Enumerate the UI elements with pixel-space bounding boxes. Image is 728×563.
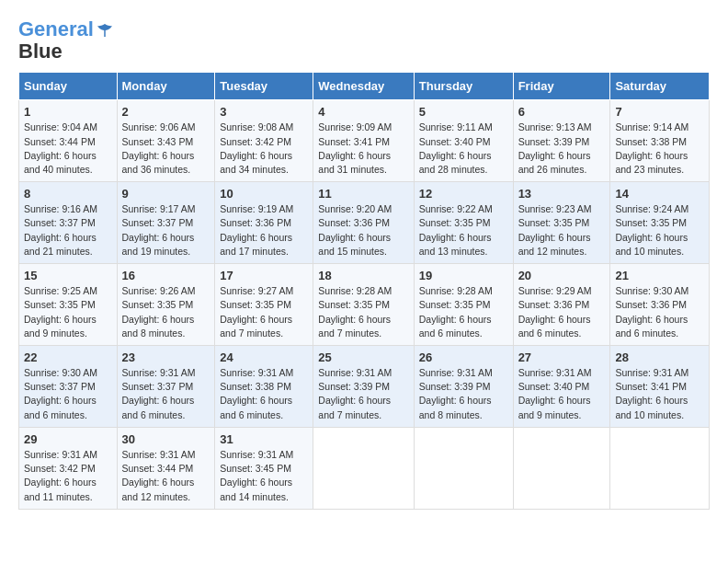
day-number: 20 [518,269,606,282]
day-info: Sunrise: 9:04 AMSunset: 3:44 PMDaylight:… [24,121,112,177]
day-number: 6 [518,105,606,119]
day-number: 15 [24,269,112,282]
day-number: 21 [615,269,704,282]
day-info: Sunrise: 9:28 AMSunset: 3:35 PMDaylight:… [419,284,508,340]
day-cell: 28Sunrise: 9:31 AMSunset: 3:41 PMDayligh… [610,346,710,428]
header-wednesday: Wednesday [313,73,414,100]
day-cell: 22Sunrise: 9:30 AMSunset: 3:37 PMDayligh… [19,346,118,428]
day-number: 28 [615,350,704,364]
header-tuesday: Tuesday [215,73,313,100]
day-number: 29 [24,432,112,446]
day-info: Sunrise: 9:22 AMSunset: 3:35 PMDaylight:… [419,202,508,259]
day-info: Sunrise: 9:20 AMSunset: 3:36 PMDaylight:… [318,202,408,259]
day-number: 1 [24,105,112,119]
day-cell [414,427,513,509]
day-number: 26 [419,350,508,364]
day-cell: 29Sunrise: 9:31 AMSunset: 3:42 PMDayligh… [19,427,118,509]
day-number: 17 [220,269,308,282]
day-cell: 10Sunrise: 9:19 AMSunset: 3:36 PMDayligh… [215,182,313,264]
header-friday: Friday [513,73,610,100]
day-info: Sunrise: 9:16 AMSunset: 3:37 PMDaylight:… [24,202,112,259]
day-cell: 7Sunrise: 9:14 AMSunset: 3:38 PMDaylight… [610,100,710,182]
day-info: Sunrise: 9:08 AMSunset: 3:42 PMDaylight:… [220,121,308,177]
day-number: 30 [122,432,210,446]
day-number: 7 [615,105,704,119]
day-cell: 24Sunrise: 9:31 AMSunset: 3:38 PMDayligh… [215,346,313,428]
day-cell: 14Sunrise: 9:24 AMSunset: 3:35 PMDayligh… [610,182,710,264]
header-saturday: Saturday [610,73,710,100]
day-info: Sunrise: 9:19 AMSunset: 3:36 PMDaylight:… [220,202,308,259]
day-info: Sunrise: 9:06 AMSunset: 3:43 PMDaylight:… [122,121,210,177]
calendar-table: SundayMondayTuesdayWednesdayThursdayFrid… [18,72,710,509]
logo-text: General [18,18,114,40]
day-info: Sunrise: 9:29 AMSunset: 3:36 PMDaylight:… [518,284,606,340]
day-cell: 1Sunrise: 9:04 AMSunset: 3:44 PMDaylight… [19,100,118,182]
day-cell: 13Sunrise: 9:23 AMSunset: 3:35 PMDayligh… [513,182,610,264]
day-number: 24 [220,350,308,364]
day-cell: 6Sunrise: 9:13 AMSunset: 3:39 PMDaylight… [513,100,610,182]
day-cell: 30Sunrise: 9:31 AMSunset: 3:44 PMDayligh… [117,427,215,509]
day-number: 19 [419,269,508,282]
day-info: Sunrise: 9:31 AMSunset: 3:45 PMDaylight:… [220,448,308,504]
day-cell: 8Sunrise: 9:16 AMSunset: 3:37 PMDaylight… [19,182,118,264]
week-row-3: 15Sunrise: 9:25 AMSunset: 3:35 PMDayligh… [19,264,710,346]
calendar-header-row: SundayMondayTuesdayWednesdayThursdayFrid… [19,73,710,100]
day-cell: 15Sunrise: 9:25 AMSunset: 3:35 PMDayligh… [19,264,118,346]
day-cell: 23Sunrise: 9:31 AMSunset: 3:37 PMDayligh… [117,346,215,428]
day-info: Sunrise: 9:31 AMSunset: 3:38 PMDaylight:… [220,366,308,422]
day-cell: 27Sunrise: 9:31 AMSunset: 3:40 PMDayligh… [513,346,610,428]
header-sunday: Sunday [19,73,118,100]
day-number: 14 [615,187,704,201]
day-number: 8 [24,187,112,201]
day-info: Sunrise: 9:17 AMSunset: 3:37 PMDaylight:… [122,202,210,259]
header-thursday: Thursday [414,73,513,100]
day-info: Sunrise: 9:31 AMSunset: 3:40 PMDaylight:… [518,366,606,422]
week-row-1: 1Sunrise: 9:04 AMSunset: 3:44 PMDaylight… [19,100,710,182]
day-cell: 12Sunrise: 9:22 AMSunset: 3:35 PMDayligh… [414,182,513,264]
day-info: Sunrise: 9:30 AMSunset: 3:37 PMDaylight:… [24,366,112,422]
week-row-5: 29Sunrise: 9:31 AMSunset: 3:42 PMDayligh… [19,427,710,509]
day-number: 4 [318,105,408,119]
day-info: Sunrise: 9:11 AMSunset: 3:40 PMDaylight:… [419,121,508,177]
day-number: 5 [419,105,508,119]
day-info: Sunrise: 9:31 AMSunset: 3:39 PMDaylight:… [318,366,408,422]
day-number: 23 [122,350,210,364]
day-number: 31 [220,432,308,446]
logo: General Blue [18,18,114,63]
day-cell: 20Sunrise: 9:29 AMSunset: 3:36 PMDayligh… [513,264,610,346]
day-info: Sunrise: 9:31 AMSunset: 3:44 PMDaylight:… [122,448,210,504]
day-info: Sunrise: 9:31 AMSunset: 3:41 PMDaylight:… [615,366,704,422]
day-number: 12 [419,187,508,201]
day-number: 27 [518,350,606,364]
day-info: Sunrise: 9:14 AMSunset: 3:38 PMDaylight:… [615,121,704,177]
day-cell: 2Sunrise: 9:06 AMSunset: 3:43 PMDaylight… [117,100,215,182]
day-number: 16 [122,269,210,282]
page-header: General Blue [18,18,710,63]
day-number: 9 [122,187,210,201]
day-cell: 9Sunrise: 9:17 AMSunset: 3:37 PMDaylight… [117,182,215,264]
day-info: Sunrise: 9:31 AMSunset: 3:42 PMDaylight:… [24,448,112,504]
day-number: 11 [318,187,408,201]
week-row-2: 8Sunrise: 9:16 AMSunset: 3:37 PMDaylight… [19,182,710,264]
day-number: 25 [318,350,408,364]
day-info: Sunrise: 9:30 AMSunset: 3:36 PMDaylight:… [615,284,704,340]
day-number: 13 [518,187,606,201]
day-info: Sunrise: 9:28 AMSunset: 3:35 PMDaylight:… [318,284,408,340]
day-info: Sunrise: 9:23 AMSunset: 3:35 PMDaylight:… [518,202,606,259]
day-info: Sunrise: 9:31 AMSunset: 3:39 PMDaylight:… [419,366,508,422]
day-cell: 4Sunrise: 9:09 AMSunset: 3:41 PMDaylight… [313,100,414,182]
day-cell [313,427,414,509]
day-cell: 17Sunrise: 9:27 AMSunset: 3:35 PMDayligh… [215,264,313,346]
day-info: Sunrise: 9:27 AMSunset: 3:35 PMDaylight:… [220,284,308,340]
day-cell: 5Sunrise: 9:11 AMSunset: 3:40 PMDaylight… [414,100,513,182]
day-info: Sunrise: 9:13 AMSunset: 3:39 PMDaylight:… [518,121,606,177]
day-cell: 26Sunrise: 9:31 AMSunset: 3:39 PMDayligh… [414,346,513,428]
day-cell: 3Sunrise: 9:08 AMSunset: 3:42 PMDaylight… [215,100,313,182]
day-number: 3 [220,105,308,119]
day-number: 18 [318,269,408,282]
day-cell: 19Sunrise: 9:28 AMSunset: 3:35 PMDayligh… [414,264,513,346]
day-number: 22 [24,350,112,364]
day-cell: 16Sunrise: 9:26 AMSunset: 3:35 PMDayligh… [117,264,215,346]
week-row-4: 22Sunrise: 9:30 AMSunset: 3:37 PMDayligh… [19,346,710,428]
day-info: Sunrise: 9:26 AMSunset: 3:35 PMDaylight:… [122,284,210,340]
